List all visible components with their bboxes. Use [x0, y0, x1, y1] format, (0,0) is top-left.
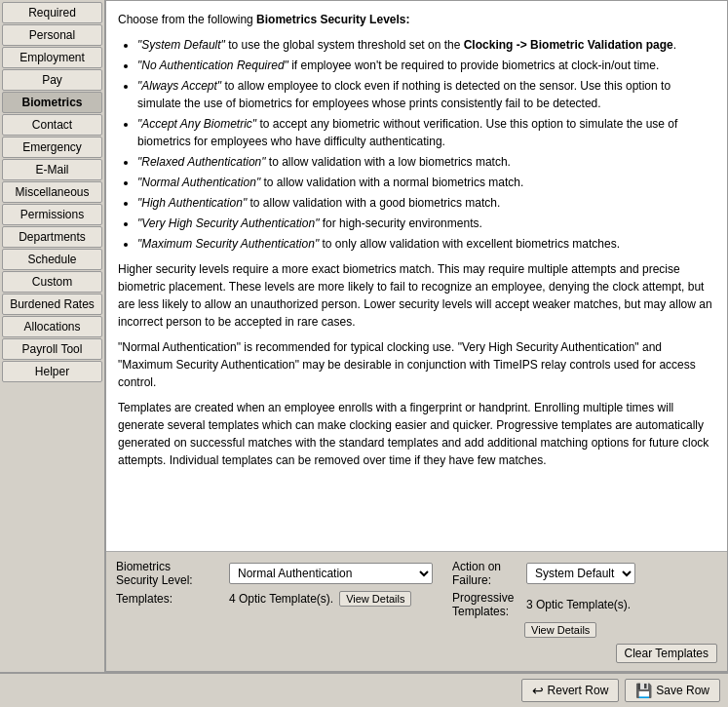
bullet-item: "Always Accept" to allow employee to clo… — [137, 77, 715, 112]
bullet-item: "High Authentication" to allow validatio… — [137, 194, 715, 212]
sidebar-item-departments[interactable]: Departments — [2, 226, 102, 248]
sidebar-item-contact[interactable]: Contact — [2, 114, 102, 136]
save-icon: 💾 — [635, 683, 652, 698]
para3: Templates are created when an employee e… — [118, 399, 715, 469]
clear-templates-button[interactable]: Clear Templates — [616, 644, 717, 663]
bullet-item: "Relaxed Authentication" to allow valida… — [137, 153, 715, 171]
progressive-label1: Progressive — [452, 591, 520, 605]
action-select-wrapper: System DefaultRetryDeny — [526, 563, 635, 584]
action-label1: Action on — [452, 560, 520, 573]
security-level-select[interactable]: System DefaultNo Authentication Required… — [229, 563, 433, 584]
sidebar-item-custom[interactable]: Custom — [2, 271, 102, 293]
intro-paragraph: Choose from the following Biometrics Sec… — [118, 11, 715, 28]
bullet-item: "Normal Authentication" to allow validat… — [137, 174, 715, 191]
sidebar-item-helper[interactable]: Helper — [2, 361, 102, 382]
view-details-button[interactable]: View Details — [339, 591, 411, 607]
view-details2-button[interactable]: View Details — [524, 622, 596, 638]
bullet-item: "Very High Security Authentication" for … — [137, 215, 715, 232]
sidebar-item-required[interactable]: Required — [2, 2, 102, 23]
templates-row: 4 Optic Template(s). View Details — [229, 591, 411, 607]
sidebar-item-email[interactable]: E-Mail — [2, 159, 102, 180]
sidebar-item-schedule[interactable]: Schedule — [2, 249, 102, 270]
intro-text: Choose from the following — [118, 13, 256, 26]
footer-bar: ↩ Revert Row 💾 Save Row — [0, 672, 728, 707]
bullet-item: "System Default" to use the global syste… — [137, 36, 715, 54]
form-row: Biometrics Security Level: System Defaul… — [116, 560, 717, 638]
save-row-button[interactable]: 💾 Save Row — [625, 679, 720, 702]
templates-label: Templates: — [116, 592, 223, 606]
save-label: Save Row — [656, 684, 709, 697]
main-container: RequiredPersonalEmploymentPayBiometricsC… — [0, 0, 728, 707]
sidebar-item-burdened_rates[interactable]: Burdened Rates — [2, 294, 102, 315]
bullet-item: "No Authentication Required" if employee… — [137, 57, 715, 74]
action-dropdown[interactable]: System DefaultRetryDeny — [526, 563, 635, 584]
sidebar-item-employment[interactable]: Employment — [2, 47, 102, 68]
progressive-count: 3 Optic Template(s). — [526, 598, 631, 611]
security-level-field: Biometrics Security Level: System Defaul… — [116, 560, 433, 587]
action-label2: Failure: — [452, 573, 520, 587]
progressive-label2: Templates: — [452, 605, 520, 618]
sidebar-item-personal[interactable]: Personal — [2, 24, 102, 46]
sidebar-item-emergency[interactable]: Emergency — [2, 137, 102, 158]
sidebar-item-permissions[interactable]: Permissions — [2, 204, 102, 225]
templates-field: Templates: 4 Optic Template(s). View Det… — [116, 591, 433, 607]
progressive-field: Progressive Templates: 3 Optic Template(… — [452, 591, 717, 618]
sidebar-item-miscellaneous[interactable]: Miscellaneous — [2, 181, 102, 203]
revert-label: Revert Row — [548, 684, 609, 697]
form-right: Action on Failure: System DefaultRetryDe… — [452, 560, 717, 638]
main-panel: Choose from the following Biometrics Sec… — [105, 0, 728, 672]
clear-row: Clear Templates — [116, 644, 717, 663]
bullet-item: "Maximum Security Authentication" to onl… — [137, 235, 715, 253]
para1: Higher security levels require a more ex… — [118, 260, 715, 331]
intro-bold: Biometrics Security Levels: — [256, 13, 409, 26]
content-scroll: Choose from the following Biometrics Sec… — [106, 1, 727, 551]
bullets-list: "System Default" to use the global syste… — [137, 36, 715, 253]
para2: "Normal Authentication" is recommended f… — [118, 338, 715, 391]
sidebar-item-biometrics[interactable]: Biometrics — [2, 92, 102, 113]
progressive-templates-row: 3 Optic Template(s). — [526, 598, 631, 611]
revert-row-button[interactable]: ↩ Revert Row — [521, 679, 620, 702]
bottom-form: Biometrics Security Level: System Defaul… — [106, 551, 727, 671]
form-left: Biometrics Security Level: System Defaul… — [116, 560, 433, 607]
security-level-label2: Security Level: — [116, 573, 223, 587]
content-area: RequiredPersonalEmploymentPayBiometricsC… — [0, 0, 728, 672]
bullet-item: "Accept Any Biometric" to accept any bio… — [137, 115, 715, 150]
security-level-label1: Biometrics — [116, 560, 223, 573]
sidebar-item-allocations[interactable]: Allocations — [2, 316, 102, 337]
revert-icon: ↩ — [532, 683, 544, 698]
sidebar-item-payroll_tool[interactable]: Payroll Tool — [2, 338, 102, 360]
sidebar: RequiredPersonalEmploymentPayBiometricsC… — [0, 0, 105, 672]
templates-count: 4 Optic Template(s). — [229, 592, 333, 606]
action-failure-field: Action on Failure: System DefaultRetryDe… — [452, 560, 717, 587]
sidebar-item-pay[interactable]: Pay — [2, 69, 102, 91]
